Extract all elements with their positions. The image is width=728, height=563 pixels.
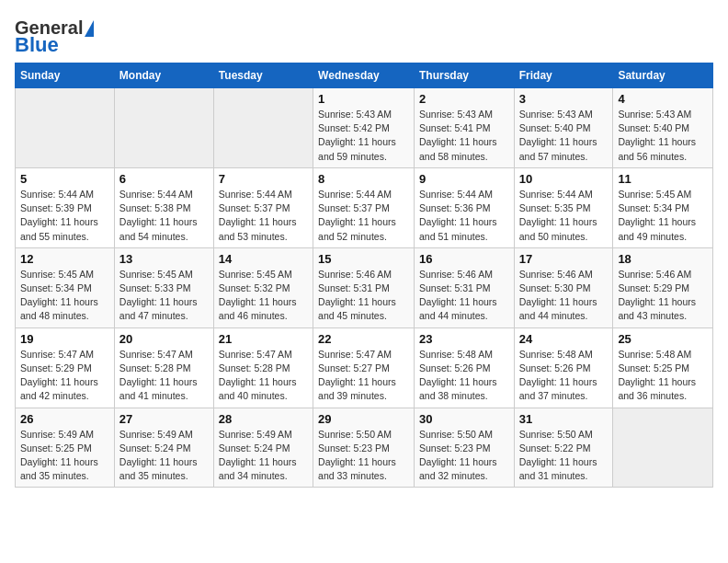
calendar-cell: 8Sunrise: 5:44 AM Sunset: 5:37 PM Daylig… xyxy=(313,167,415,247)
day-number: 15 xyxy=(318,252,409,266)
day-detail: Sunrise: 5:49 AM Sunset: 5:24 PM Dayligh… xyxy=(219,428,308,484)
calendar-cell: 10Sunrise: 5:44 AM Sunset: 5:35 PM Dayli… xyxy=(514,167,613,247)
day-number: 16 xyxy=(419,252,509,266)
calendar-cell: 15Sunrise: 5:46 AM Sunset: 5:31 PM Dayli… xyxy=(313,247,415,327)
day-number: 21 xyxy=(219,332,308,346)
day-number: 24 xyxy=(519,332,609,346)
day-detail: Sunrise: 5:48 AM Sunset: 5:26 PM Dayligh… xyxy=(519,348,609,404)
col-header-sunday: Sunday xyxy=(16,63,115,88)
day-detail: Sunrise: 5:45 AM Sunset: 5:32 PM Dayligh… xyxy=(219,268,308,324)
week-row-1: 1Sunrise: 5:43 AM Sunset: 5:42 PM Daylig… xyxy=(16,88,713,168)
calendar-cell: 12Sunrise: 5:45 AM Sunset: 5:34 PM Dayli… xyxy=(16,247,115,327)
day-number: 6 xyxy=(119,172,209,186)
day-detail: Sunrise: 5:50 AM Sunset: 5:23 PM Dayligh… xyxy=(419,428,509,484)
day-number: 14 xyxy=(219,252,308,266)
day-number: 10 xyxy=(519,172,609,186)
calendar-cell: 9Sunrise: 5:44 AM Sunset: 5:36 PM Daylig… xyxy=(414,167,514,247)
logo: General Blue xyxy=(15,18,94,55)
day-detail: Sunrise: 5:45 AM Sunset: 5:33 PM Dayligh… xyxy=(119,268,209,324)
calendar-cell: 30Sunrise: 5:50 AM Sunset: 5:23 PM Dayli… xyxy=(414,408,514,488)
day-detail: Sunrise: 5:43 AM Sunset: 5:42 PM Dayligh… xyxy=(318,108,409,164)
day-number: 18 xyxy=(618,252,708,266)
calendar-table: SundayMondayTuesdayWednesdayThursdayFrid… xyxy=(15,63,713,488)
week-row-5: 26Sunrise: 5:49 AM Sunset: 5:25 PM Dayli… xyxy=(16,408,713,488)
calendar-cell xyxy=(613,408,713,488)
calendar-cell: 4Sunrise: 5:43 AM Sunset: 5:40 PM Daylig… xyxy=(613,88,713,168)
calendar-cell: 7Sunrise: 5:44 AM Sunset: 5:37 PM Daylig… xyxy=(213,167,313,247)
day-detail: Sunrise: 5:47 AM Sunset: 5:27 PM Dayligh… xyxy=(318,348,409,404)
day-number: 12 xyxy=(20,252,109,266)
week-row-2: 5Sunrise: 5:44 AM Sunset: 5:39 PM Daylig… xyxy=(16,167,713,247)
day-detail: Sunrise: 5:46 AM Sunset: 5:29 PM Dayligh… xyxy=(618,268,708,324)
col-header-saturday: Saturday xyxy=(613,63,713,88)
calendar-cell: 26Sunrise: 5:49 AM Sunset: 5:25 PM Dayli… xyxy=(16,408,115,488)
day-detail: Sunrise: 5:44 AM Sunset: 5:37 PM Dayligh… xyxy=(219,188,308,244)
calendar-cell: 28Sunrise: 5:49 AM Sunset: 5:24 PM Dayli… xyxy=(213,408,313,488)
day-number: 19 xyxy=(20,332,109,346)
day-detail: Sunrise: 5:43 AM Sunset: 5:40 PM Dayligh… xyxy=(519,108,609,164)
calendar-cell: 17Sunrise: 5:46 AM Sunset: 5:30 PM Dayli… xyxy=(514,247,613,327)
day-detail: Sunrise: 5:45 AM Sunset: 5:34 PM Dayligh… xyxy=(618,188,708,244)
day-number: 23 xyxy=(419,332,509,346)
calendar-cell: 6Sunrise: 5:44 AM Sunset: 5:38 PM Daylig… xyxy=(114,167,213,247)
day-detail: Sunrise: 5:46 AM Sunset: 5:31 PM Dayligh… xyxy=(419,268,509,324)
day-detail: Sunrise: 5:48 AM Sunset: 5:25 PM Dayligh… xyxy=(618,348,708,404)
day-number: 26 xyxy=(20,412,109,426)
day-detail: Sunrise: 5:44 AM Sunset: 5:38 PM Dayligh… xyxy=(119,188,209,244)
calendar-cell: 18Sunrise: 5:46 AM Sunset: 5:29 PM Dayli… xyxy=(613,247,713,327)
calendar-cell: 25Sunrise: 5:48 AM Sunset: 5:25 PM Dayli… xyxy=(613,327,713,408)
day-number: 4 xyxy=(618,92,708,106)
day-detail: Sunrise: 5:47 AM Sunset: 5:28 PM Dayligh… xyxy=(219,348,308,404)
day-detail: Sunrise: 5:44 AM Sunset: 5:36 PM Dayligh… xyxy=(419,188,509,244)
day-number: 30 xyxy=(419,412,509,426)
day-detail: Sunrise: 5:50 AM Sunset: 5:22 PM Dayligh… xyxy=(519,428,609,484)
day-detail: Sunrise: 5:47 AM Sunset: 5:28 PM Dayligh… xyxy=(119,348,209,404)
day-number: 25 xyxy=(618,332,708,346)
calendar-cell: 29Sunrise: 5:50 AM Sunset: 5:23 PM Dayli… xyxy=(313,408,415,488)
day-number: 11 xyxy=(618,172,708,186)
calendar-cell: 14Sunrise: 5:45 AM Sunset: 5:32 PM Dayli… xyxy=(213,247,313,327)
calendar-cell xyxy=(16,88,115,168)
day-detail: Sunrise: 5:46 AM Sunset: 5:31 PM Dayligh… xyxy=(318,268,409,324)
logo-blue: Blue xyxy=(15,35,59,55)
calendar-cell: 3Sunrise: 5:43 AM Sunset: 5:40 PM Daylig… xyxy=(514,88,613,168)
day-number: 22 xyxy=(318,332,409,346)
day-detail: Sunrise: 5:46 AM Sunset: 5:30 PM Dayligh… xyxy=(519,268,609,324)
col-header-friday: Friday xyxy=(514,63,613,88)
day-number: 7 xyxy=(219,172,308,186)
week-row-4: 19Sunrise: 5:47 AM Sunset: 5:29 PM Dayli… xyxy=(16,327,713,408)
day-number: 2 xyxy=(419,92,509,106)
calendar-cell: 1Sunrise: 5:43 AM Sunset: 5:42 PM Daylig… xyxy=(313,88,415,168)
day-number: 9 xyxy=(419,172,509,186)
calendar-cell: 5Sunrise: 5:44 AM Sunset: 5:39 PM Daylig… xyxy=(16,167,115,247)
day-number: 8 xyxy=(318,172,409,186)
calendar-cell xyxy=(114,88,213,168)
header: General Blue xyxy=(15,15,713,55)
day-number: 3 xyxy=(519,92,609,106)
calendar-cell: 11Sunrise: 5:45 AM Sunset: 5:34 PM Dayli… xyxy=(613,167,713,247)
calendar-cell: 2Sunrise: 5:43 AM Sunset: 5:41 PM Daylig… xyxy=(414,88,514,168)
day-number: 5 xyxy=(20,172,109,186)
day-detail: Sunrise: 5:44 AM Sunset: 5:37 PM Dayligh… xyxy=(318,188,409,244)
col-header-monday: Monday xyxy=(114,63,213,88)
day-detail: Sunrise: 5:43 AM Sunset: 5:40 PM Dayligh… xyxy=(618,108,708,164)
header-row: SundayMondayTuesdayWednesdayThursdayFrid… xyxy=(16,63,713,88)
logo-arrow-icon xyxy=(85,20,94,37)
calendar-cell: 21Sunrise: 5:47 AM Sunset: 5:28 PM Dayli… xyxy=(213,327,313,408)
calendar-cell: 20Sunrise: 5:47 AM Sunset: 5:28 PM Dayli… xyxy=(114,327,213,408)
day-detail: Sunrise: 5:44 AM Sunset: 5:35 PM Dayligh… xyxy=(519,188,609,244)
calendar-cell: 16Sunrise: 5:46 AM Sunset: 5:31 PM Dayli… xyxy=(414,247,514,327)
col-header-wednesday: Wednesday xyxy=(313,63,415,88)
week-row-3: 12Sunrise: 5:45 AM Sunset: 5:34 PM Dayli… xyxy=(16,247,713,327)
col-header-thursday: Thursday xyxy=(414,63,514,88)
calendar-cell: 31Sunrise: 5:50 AM Sunset: 5:22 PM Dayli… xyxy=(514,408,613,488)
day-number: 13 xyxy=(119,252,209,266)
day-number: 27 xyxy=(119,412,209,426)
day-number: 20 xyxy=(119,332,209,346)
calendar-cell: 13Sunrise: 5:45 AM Sunset: 5:33 PM Dayli… xyxy=(114,247,213,327)
day-detail: Sunrise: 5:43 AM Sunset: 5:41 PM Dayligh… xyxy=(419,108,509,164)
calendar-cell: 27Sunrise: 5:49 AM Sunset: 5:24 PM Dayli… xyxy=(114,408,213,488)
day-number: 29 xyxy=(318,412,409,426)
day-detail: Sunrise: 5:50 AM Sunset: 5:23 PM Dayligh… xyxy=(318,428,409,484)
col-header-tuesday: Tuesday xyxy=(213,63,313,88)
